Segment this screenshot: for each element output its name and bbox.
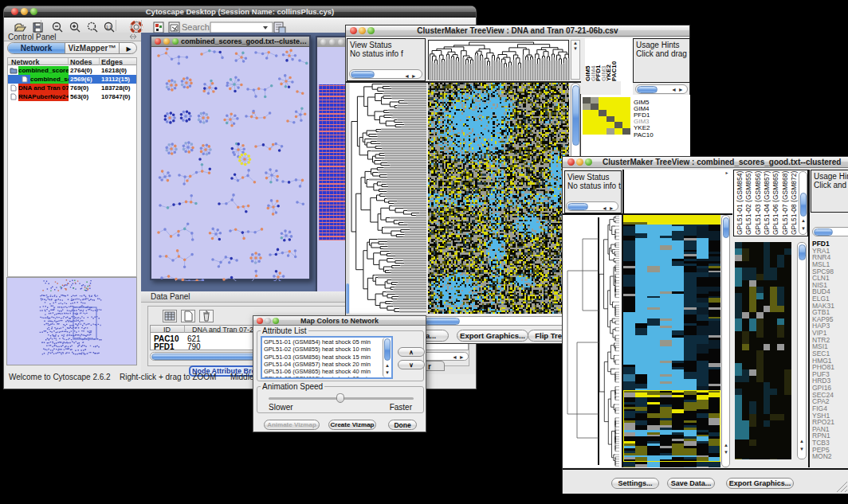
svg-text:1:1: 1:1	[106, 25, 112, 29]
svg-text:Search:: Search:	[182, 22, 212, 32]
